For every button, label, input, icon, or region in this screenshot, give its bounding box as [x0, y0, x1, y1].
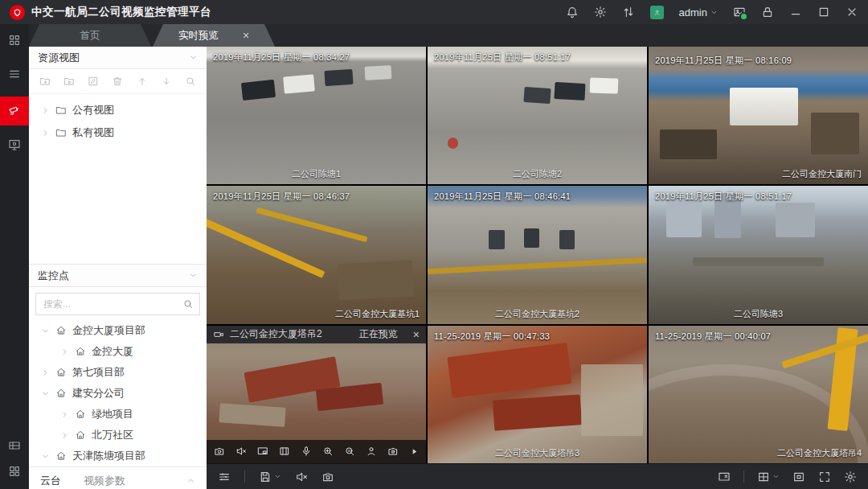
- live-view-camera-icon[interactable]: [0, 97, 29, 125]
- video-wall-icon[interactable]: [0, 433, 29, 458]
- chevron-down-icon[interactable]: [41, 389, 50, 398]
- screen-layout-icon[interactable]: [0, 458, 29, 484]
- video-cell-2[interactable]: 2019年11月25日 星期一 08:51:17 二公司陈塘2: [428, 47, 647, 184]
- camera-search: [35, 293, 200, 315]
- delete-trash-icon[interactable]: [112, 76, 123, 87]
- tree-item-public-views[interactable]: 公有视图: [29, 99, 207, 121]
- mic-icon[interactable]: [301, 446, 312, 457]
- move-down-icon[interactable]: [161, 76, 172, 87]
- snapshot-icon[interactable]: [214, 446, 225, 457]
- chevron-right-icon[interactable]: [60, 431, 69, 440]
- playback-monitor-icon[interactable]: [0, 132, 29, 158]
- minimize-button[interactable]: [789, 6, 802, 18]
- camera-timestamp: 2019年11月25日 星期一 08:51:17: [434, 51, 571, 64]
- camera-timestamp: 2019年11月25日 星期一 08:16:09: [655, 55, 792, 67]
- ptz-camera-icon[interactable]: [387, 446, 399, 457]
- tab-video-params[interactable]: 视频参数: [84, 467, 125, 489]
- chevron-right-icon[interactable]: [41, 106, 50, 115]
- search-input[interactable]: [35, 293, 200, 315]
- camera-name-label: 二公司陈塘1: [207, 168, 426, 180]
- more-tools-arrow-icon[interactable]: [410, 447, 419, 456]
- apps-grid-icon[interactable]: [0, 27, 29, 53]
- chevron-right-icon[interactable]: [60, 347, 69, 356]
- tab-ptz[interactable]: 云台: [40, 467, 61, 489]
- chevron-right-icon[interactable]: [41, 368, 50, 377]
- search-icon[interactable]: [185, 76, 196, 87]
- close-button[interactable]: [845, 6, 858, 18]
- tree-item-site[interactable]: 金控大厦: [29, 341, 207, 362]
- stream-list-icon[interactable]: [218, 471, 231, 483]
- target-track-icon[interactable]: [366, 446, 377, 457]
- camera-name-label: 二公司金控大厦南门: [649, 168, 868, 180]
- camera-name: 二公司金控大厦塔吊2: [230, 327, 322, 341]
- lock-screen-icon[interactable]: [761, 6, 774, 18]
- video-cell-3[interactable]: 2019年11月25日 星期一 08:16:09 二公司金控大厦南门: [649, 47, 868, 184]
- add-folder-icon[interactable]: [39, 76, 51, 87]
- home-icon: [55, 367, 67, 378]
- tree-item-site[interactable]: 北万社区: [29, 425, 207, 446]
- left-rail: [0, 24, 29, 489]
- single-screen-icon[interactable]: [792, 471, 805, 483]
- move-up-icon[interactable]: [137, 76, 148, 87]
- sort-swap-icon[interactable]: [622, 6, 635, 18]
- tab-ptz-label: 云台: [40, 474, 61, 488]
- video-cell-5[interactable]: 2019年11月25日 星期一 08:46:41 二公司金控大厦基坑2: [428, 186, 647, 323]
- tree-item-site[interactable]: 建安分公司: [29, 383, 207, 404]
- digital-zoom-icon[interactable]: [322, 446, 334, 457]
- user-menu[interactable]: admin: [679, 6, 718, 18]
- chevron-down-icon[interactable]: [41, 452, 50, 461]
- close-preview-icon[interactable]: ×: [413, 329, 420, 340]
- save-view-dropdown[interactable]: [259, 471, 281, 483]
- user-avatar[interactable]: [650, 6, 664, 19]
- tree-item-private-views[interactable]: 私有视图: [29, 121, 207, 144]
- chevron-down-icon[interactable]: [41, 327, 50, 335]
- tree-item-site[interactable]: 金控大厦项目部: [29, 320, 207, 341]
- resource-view-header[interactable]: 资源视图: [29, 47, 207, 69]
- maximize-button[interactable]: [817, 6, 830, 18]
- fullscreen-icon[interactable]: [818, 471, 831, 483]
- chevron-down-icon[interactable]: [189, 53, 198, 62]
- tab-home[interactable]: 首页: [29, 24, 151, 47]
- grid-layout-dropdown[interactable]: [757, 471, 780, 483]
- edit-icon[interactable]: [88, 76, 99, 87]
- video-cell-4[interactable]: 2019年11月25日 星期一 08:46:37 二公司金控大厦基坑1: [207, 186, 426, 323]
- video-cell-8[interactable]: 11-25-2019 星期一 00:47:33 二公司金控大厦塔吊3: [428, 326, 647, 463]
- save-icon: [259, 471, 272, 483]
- camera-name-label: 二公司陈塘2: [428, 168, 647, 180]
- bottom-toolbar: [207, 463, 868, 489]
- search-icon[interactable]: [182, 298, 194, 310]
- tree-item-site[interactable]: 天津陈塘项目部: [29, 446, 207, 466]
- pip-icon[interactable]: [257, 446, 268, 457]
- video-cell-6[interactable]: 2019年11月25日 星期一 08:51:17 二公司陈塘3: [649, 186, 868, 323]
- tree-item-site[interactable]: 绿地项目: [29, 404, 207, 425]
- chevron-right-icon[interactable]: [41, 129, 50, 138]
- tab-close-icon[interactable]: ×: [243, 30, 249, 41]
- settings-gear-icon[interactable]: [844, 471, 857, 483]
- preview-status: 正在预览: [359, 327, 398, 341]
- notifications-bell-icon[interactable]: [566, 6, 579, 18]
- mute-all-icon[interactable]: [295, 471, 308, 483]
- snapshot-all-icon[interactable]: [321, 471, 334, 483]
- menu-icon[interactable]: [0, 61, 29, 87]
- add-view-icon[interactable]: [63, 76, 75, 87]
- close-all-screens-icon[interactable]: [718, 471, 731, 483]
- sidebar-bottom-tabs: 云台 视频参数: [29, 466, 207, 489]
- tabbar: 首页 实时预览 ×: [29, 24, 868, 47]
- snapshot-gallery-icon[interactable]: [733, 6, 746, 18]
- tree-item-site[interactable]: 第七项目部: [29, 362, 207, 383]
- video-cell-7-selected[interactable]: 二公司金控大厦塔吊2 正在预览 × 3D: [207, 326, 426, 463]
- tab-live-preview[interactable]: 实时预览 ×: [153, 24, 275, 47]
- video-cell-9[interactable]: 11-25-2019 星期一 00:40:07 二公司金控大厦塔吊4: [649, 326, 868, 463]
- chevron-down-icon[interactable]: [189, 271, 198, 280]
- settings-gear-icon[interactable]: [594, 6, 607, 18]
- video-frame: [207, 186, 426, 323]
- video-cell-1[interactable]: 2019年11月25日 星期一 08:34:27 二公司陈塘1: [207, 47, 426, 184]
- monitor-points-header[interactable]: 监控点: [29, 264, 207, 287]
- mute-speaker-icon[interactable]: [235, 446, 247, 457]
- tree-item-label: 北万社区: [92, 428, 133, 442]
- collapse-chevron-up-icon[interactable]: [186, 476, 195, 485]
- record-film-icon[interactable]: [279, 446, 290, 457]
- chevron-right-icon[interactable]: [60, 410, 69, 419]
- tree-item-label: 私有视图: [72, 125, 114, 140]
- 3d-zoom-icon[interactable]: 3D: [344, 446, 355, 457]
